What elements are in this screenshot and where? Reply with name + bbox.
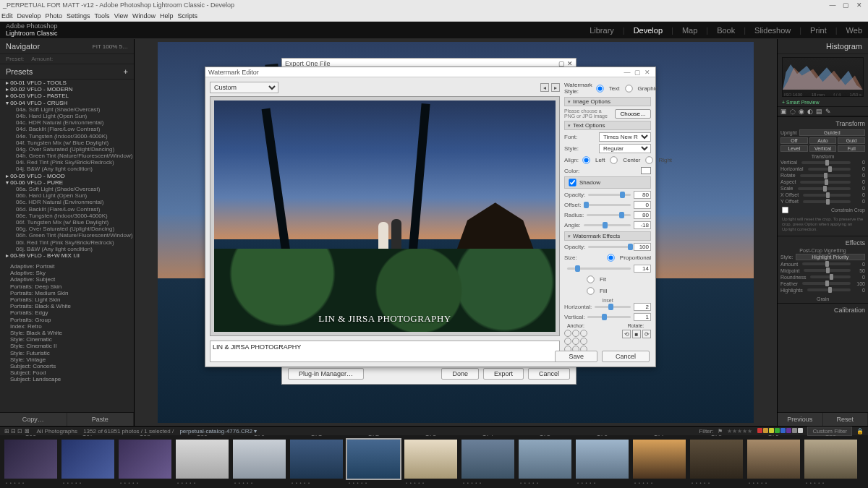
rotate-slider[interactable]: [800, 174, 851, 177]
copy-button[interactable]: Copy…: [0, 413, 67, 426]
menu-window[interactable]: Window: [132, 12, 156, 20]
reset-button[interactable]: Reset: [823, 413, 869, 426]
module-print[interactable]: Print: [810, 26, 827, 35]
preset-item[interactable]: Portraits: Edgy: [3, 309, 134, 316]
upright-full[interactable]: Full: [838, 145, 865, 152]
preset-item[interactable]: Adaptive: Portrait: [3, 263, 134, 270]
shadow-offset-value[interactable]: [634, 201, 651, 209]
preset-item[interactable]: Portraits: Black & White: [3, 303, 134, 309]
thumbnail-174[interactable]: 174• • • • •: [460, 438, 516, 480]
preset-group[interactable]: ▾ 00-04 VFLO - CRUSH: [3, 100, 134, 106]
filmstrip-filename[interactable]: perpetual-catalog-4776.CR2 ▾: [179, 428, 257, 435]
midpoint-slider[interactable]: [804, 269, 851, 272]
preset-item[interactable]: Portraits: Group: [3, 317, 134, 323]
maximize-icon[interactable]: ▢: [840, 1, 851, 9]
inset-h-value[interactable]: [634, 303, 651, 311]
y-offset-slider[interactable]: [803, 200, 851, 203]
preset-item[interactable]: 06h. Green Tint (Nature/Fluorescent/Wind…: [3, 232, 134, 239]
preset-item[interactable]: Style: Black & White: [3, 330, 134, 336]
amount-slider[interactable]: [802, 262, 851, 265]
menu-edit[interactable]: Edit: [1, 12, 13, 20]
preset-item[interactable]: 04f. Tungsten Mix (w/ Blue Daylight): [3, 140, 134, 146]
preset-item[interactable]: 04h. Green Tint (Nature/Fluorescent/Wind…: [3, 153, 134, 159]
next-image-button[interactable]: ▸: [551, 83, 560, 92]
constrain-crop-checkbox[interactable]: [782, 207, 788, 213]
minimize-icon[interactable]: —: [827, 1, 838, 9]
font-select[interactable]: Times New Roman: [599, 132, 651, 142]
preset-item[interactable]: Portraits: Deep Skin: [3, 283, 134, 290]
watermark-save-button[interactable]: Save: [555, 351, 597, 362]
upright-guided[interactable]: Guid: [838, 137, 865, 144]
transform-header[interactable]: Transform: [780, 119, 865, 129]
presets-header[interactable]: Presets +: [0, 64, 134, 80]
menu-develop[interactable]: Develop: [17, 12, 41, 20]
module-web[interactable]: Web: [846, 26, 862, 35]
preset-item[interactable]: 06c. HDR Natural (Environmental): [3, 199, 134, 205]
preset-item[interactable]: 06a. Soft Light (Shade/Overcast): [3, 186, 134, 192]
module-book[interactable]: Book: [717, 26, 735, 35]
preset-group[interactable]: ▸ 00-05 VFLO - MOOD: [3, 173, 134, 179]
navigator-zoom-options[interactable]: FIT 100% 5…: [93, 43, 128, 50]
shadow-radius-value[interactable]: [634, 211, 651, 219]
spot-icon[interactable]: ◌: [790, 108, 796, 115]
text-options-header[interactable]: ▾Text Options: [564, 121, 651, 130]
x-offset-slider[interactable]: [803, 194, 851, 197]
thumbnail-171[interactable]: 171• • • • •: [289, 438, 344, 480]
align-left-radio[interactable]: [582, 156, 590, 163]
effect-opacity-value[interactable]: [634, 243, 651, 251]
thumbnail-179[interactable]: 179• • • • •: [746, 438, 801, 480]
paste-button[interactable]: Paste: [67, 413, 135, 426]
effect-opacity-slider[interactable]: [588, 246, 631, 248]
preset-item[interactable]: 04c. HDR Natural (Environmental): [3, 119, 134, 126]
inset-h-slider[interactable]: [595, 306, 631, 308]
size-slider[interactable]: [567, 267, 631, 270]
thumbnail-172[interactable]: 172• • • • •: [346, 438, 401, 480]
preset-item[interactable]: Subject: Concerts: [3, 363, 134, 369]
preset-item[interactable]: Subject: Food: [3, 369, 134, 376]
grad-icon[interactable]: ▤: [816, 108, 822, 115]
plugin-manager-button[interactable]: Plug-in Manager…: [288, 368, 364, 380]
module-slideshow[interactable]: Slideshow: [754, 26, 791, 35]
preset-item[interactable]: 04g. Over Saturated (Uplight/Dancing): [3, 146, 134, 153]
upright-mode-select[interactable]: Guided: [799, 129, 865, 136]
shadow-angle-value[interactable]: [634, 221, 651, 229]
upright-off[interactable]: Off: [780, 137, 808, 144]
upright-auto[interactable]: Auto: [809, 137, 837, 144]
preset-item[interactable]: 04j. B&W (Any light condition): [3, 166, 134, 172]
watermark-titlebar[interactable]: Watermark Editor —▢✕: [205, 67, 655, 77]
filter-lock-icon[interactable]: 🔒: [856, 428, 864, 435]
roundness-slider[interactable]: [810, 275, 851, 278]
effects-header[interactable]: Effects: [780, 238, 865, 248]
preset-item[interactable]: 06b. Hard Light (Open Sun): [3, 192, 134, 199]
export-done-button[interactable]: Done: [441, 368, 479, 380]
color-filter[interactable]: [757, 428, 803, 435]
preset-item[interactable]: 06f. Tungsten Mix (w/ Blue Daylight): [3, 219, 134, 226]
watermark-style-graphic-radio[interactable]: [625, 85, 632, 92]
preset-item[interactable]: 06i. Red Tint (Pink Sky/Brick/Redrock): [3, 239, 134, 246]
presets-plus-icon[interactable]: +: [124, 67, 128, 76]
feather-slider[interactable]: [802, 282, 851, 285]
module-library[interactable]: Library: [590, 26, 614, 35]
preset-item[interactable]: 06g. Over Saturated (Uplight/Dancing): [3, 226, 134, 232]
thumbnail-168[interactable]: 168• • • • •: [117, 438, 173, 480]
shadow-opacity-value[interactable]: [634, 191, 651, 199]
align-right-radio[interactable]: [646, 156, 653, 163]
crop-icon[interactable]: ▣: [780, 108, 787, 115]
upright-vertical[interactable]: Vertical: [809, 145, 837, 152]
thumbnail-178[interactable]: 178• • • • •: [689, 438, 744, 480]
preset-item[interactable]: 04i. Red Tint (Pink Sky/Brick/Redrock): [3, 159, 134, 166]
preset-item[interactable]: Portraits: Medium Skin: [3, 290, 134, 296]
image-options-header[interactable]: ▾Image Options: [564, 97, 651, 106]
highlights-slider[interactable]: [807, 288, 851, 291]
shadow-angle-slider[interactable]: [584, 224, 631, 226]
preset-item[interactable]: 04b. Hard Light (Open Sun): [3, 113, 134, 119]
pcv-style-select[interactable]: Highlight Priority: [796, 254, 865, 260]
thumbnail-177[interactable]: 177• • • • •: [631, 438, 687, 480]
preset-group[interactable]: ▸ 00-01 VFLO - TOOLS: [3, 80, 134, 86]
shadow-checkbox[interactable]: [569, 179, 576, 186]
brush-icon[interactable]: ✎: [825, 108, 831, 115]
rotate-cw-button[interactable]: ⟳: [642, 330, 651, 338]
watermark-cancel-button[interactable]: Cancel: [602, 351, 650, 362]
thumbnail-176[interactable]: 176• • • • •: [574, 438, 630, 480]
preset-item[interactable]: Index: Retro: [3, 323, 134, 330]
